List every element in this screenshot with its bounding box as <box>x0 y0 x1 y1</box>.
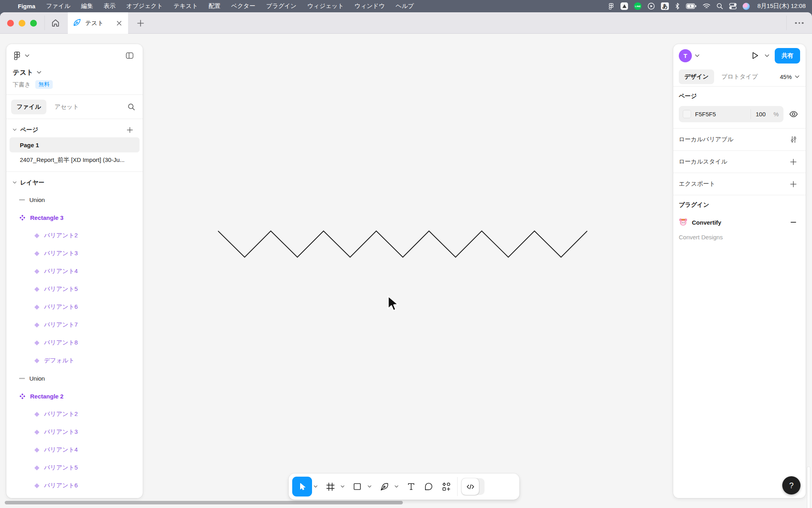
capture-app-icon[interactable] <box>620 2 628 10</box>
dev-mode-toggle[interactable] <box>462 478 485 495</box>
tabbar-separator-right <box>786 15 787 30</box>
home-button[interactable] <box>48 16 63 30</box>
shape-tool-button[interactable] <box>349 477 366 496</box>
chevron-down-icon[interactable] <box>765 54 769 57</box>
fullscreen-window-button[interactable] <box>30 20 37 27</box>
page-list-item[interactable]: 2407_Report_前半 [XD Import] (30-Ju... <box>10 152 140 167</box>
remove-plugin-icon[interactable] <box>787 216 800 229</box>
add-page-icon[interactable] <box>123 123 136 137</box>
layer-row[interactable]: Rectangle 2 <box>10 387 140 405</box>
actions-tool-button[interactable] <box>437 477 455 496</box>
menubar-item-figma[interactable]: Figma <box>18 3 35 10</box>
canvas-horizontal-scrollbar[interactable] <box>5 501 403 504</box>
tab-test-file[interactable]: テスト <box>68 12 128 34</box>
layer-row[interactable]: バリアント3 <box>10 423 140 441</box>
pen-tool-button[interactable] <box>375 477 393 496</box>
convertify-plugin-icon <box>679 218 688 227</box>
battery-icon[interactable] <box>686 3 697 9</box>
menubar-item-widgets[interactable]: ウィジェット <box>307 2 344 10</box>
move-tool-dropdown[interactable] <box>312 477 319 496</box>
search-icon[interactable] <box>124 100 138 114</box>
text-tool-button[interactable] <box>402 477 420 496</box>
menubar-clock[interactable]: 8月15日(木) 12:08 <box>757 2 806 10</box>
layer-row[interactable]: バリアント4 <box>10 441 140 459</box>
file-name-title[interactable]: テスト <box>13 68 33 77</box>
visibility-eye-icon[interactable] <box>787 108 800 121</box>
zoom-level-control[interactable]: 45% <box>780 73 800 80</box>
line-app-icon[interactable]: LINE <box>634 2 642 10</box>
pen-tool-dropdown[interactable] <box>393 477 400 496</box>
canvas-vertical-scrollbar[interactable] <box>807 466 810 508</box>
plugin-row[interactable]: Convertify <box>679 216 800 229</box>
color-swatch[interactable] <box>683 110 691 118</box>
figma-status-icon[interactable] <box>608 3 615 10</box>
spotlight-icon[interactable] <box>716 3 723 10</box>
local-variables-row[interactable]: ローカルバリアブル <box>673 129 806 150</box>
menubar-item-file[interactable]: ファイル <box>46 2 70 10</box>
chevron-down-icon[interactable] <box>695 54 699 57</box>
close-window-button[interactable] <box>7 20 14 27</box>
layer-row[interactable]: バリアント3 <box>10 244 140 262</box>
menubar-item-object[interactable]: オブジェクト <box>126 2 163 10</box>
control-center-icon[interactable] <box>729 3 737 10</box>
plan-badge[interactable]: 無料 <box>35 80 53 89</box>
chevron-down-icon[interactable] <box>37 71 41 74</box>
menubar-item-help[interactable]: ヘルプ <box>396 2 414 10</box>
file-location-label[interactable]: 下書き <box>13 81 31 89</box>
shape-tool-dropdown[interactable] <box>366 477 373 496</box>
layer-row[interactable]: バリアント5 <box>10 280 140 298</box>
layer-row[interactable]: デフォルト <box>10 352 140 369</box>
layer-row[interactable]: バリアント6 <box>10 477 140 495</box>
siri-icon[interactable] <box>743 3 750 10</box>
tab-prototype[interactable]: プロトタイプ <box>716 69 763 84</box>
frame-tool-dropdown[interactable] <box>339 477 346 496</box>
menubar-item-window[interactable]: ウィンドウ <box>354 2 385 10</box>
menubar-item-arrange[interactable]: 配置 <box>209 2 220 10</box>
layer-row[interactable]: Union <box>10 369 140 387</box>
layer-row[interactable]: バリアント2 <box>10 227 140 244</box>
menubar-item-edit[interactable]: 編集 <box>81 2 93 10</box>
comment-tool-button[interactable] <box>420 477 437 496</box>
variables-adjust-icon[interactable] <box>787 133 800 146</box>
layer-row[interactable]: バリアント4 <box>10 262 140 280</box>
wifi-icon[interactable] <box>703 3 710 9</box>
menubar-item-text[interactable]: テキスト <box>174 2 198 10</box>
bluetooth-icon[interactable] <box>675 2 680 10</box>
menubar-item-plugins[interactable]: プラグイン <box>266 2 297 10</box>
menubar-item-vector[interactable]: ベクター <box>231 2 255 10</box>
playback-status-icon[interactable] <box>647 2 655 10</box>
tab-design[interactable]: デザイン <box>679 69 714 84</box>
page-list-item[interactable]: Page 1 <box>10 137 140 152</box>
frame-tool-button[interactable] <box>322 477 339 496</box>
add-style-icon[interactable] <box>787 155 800 169</box>
tab-assets[interactable]: アセット <box>49 100 84 114</box>
new-tab-button[interactable] <box>134 17 147 29</box>
menubar-item-view[interactable]: 表示 <box>104 2 116 10</box>
input-method-icon[interactable]: あ <box>661 2 669 10</box>
tab-close-icon[interactable] <box>115 19 123 27</box>
avatar[interactable]: T <box>679 49 692 62</box>
page-color-field[interactable]: F5F5F5 100 % <box>679 106 783 122</box>
layer-row[interactable]: バリアント8 <box>10 334 140 352</box>
figma-main-menu-button[interactable] <box>13 51 29 60</box>
help-button[interactable]: ? <box>782 476 801 495</box>
tab-files[interactable]: ファイル <box>11 100 46 114</box>
layer-row[interactable]: バリアント7 <box>10 316 140 334</box>
minimize-window-button[interactable] <box>19 20 25 27</box>
layer-row[interactable]: Rectangle 3 <box>10 209 140 227</box>
page-color-opacity[interactable]: 100 <box>756 111 766 117</box>
layer-row[interactable]: バリアント5 <box>10 459 140 477</box>
move-tool-button[interactable] <box>292 477 312 496</box>
more-options-button[interactable] <box>791 17 808 29</box>
chevron-down-icon[interactable] <box>13 181 17 184</box>
layer-row[interactable]: バリアント2 <box>10 405 140 423</box>
add-export-icon[interactable] <box>787 177 800 191</box>
share-button[interactable]: 共有 <box>775 48 800 64</box>
local-styles-row[interactable]: ローカルスタイル <box>673 151 806 173</box>
collapse-sidebar-button[interactable] <box>123 49 136 62</box>
chevron-down-icon[interactable] <box>13 129 17 131</box>
present-play-icon[interactable] <box>748 49 762 62</box>
layer-row[interactable]: バリアント6 <box>10 298 140 316</box>
layer-row[interactable]: Union <box>10 191 140 209</box>
export-row[interactable]: エクスポート <box>673 173 806 195</box>
